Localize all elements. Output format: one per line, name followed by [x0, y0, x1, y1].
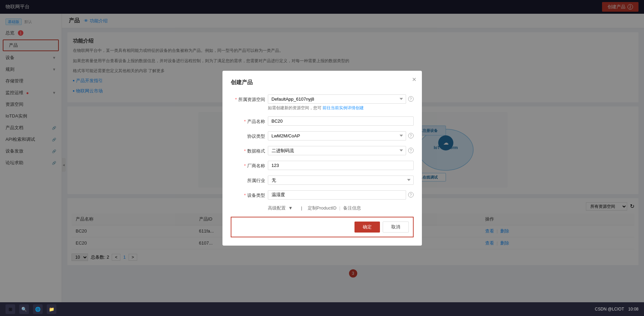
data-format-select-wrap: 二进制码流 ? — [268, 146, 414, 155]
protocol-label: 协议类型 — [231, 131, 265, 139]
form-row-product-name: 产品名称 — [231, 116, 414, 126]
form-row-data-format: 数据格式 二进制码流 ? — [231, 146, 414, 155]
industry-select-wrap: 无 — [268, 176, 414, 185]
resource-space-select-wrap: DefaultApp_6107nyj8 ? — [268, 94, 414, 104]
taskbar-left: ⊞ 🔍 🌐 📁 — [6, 304, 56, 314]
edge-icon[interactable]: 🌐 — [33, 304, 43, 314]
divider-bar2: | — [339, 205, 340, 211]
device-type-input[interactable] — [268, 190, 406, 200]
resource-space-select[interactable]: DefaultApp_6107nyj8 — [268, 94, 406, 104]
device-type-label: 设备类型 — [231, 190, 265, 199]
industry-label: 所属行业 — [231, 176, 265, 184]
manufacturer-input[interactable] — [268, 161, 414, 170]
remark-link[interactable]: 备注信息 — [343, 205, 361, 211]
search-taskbar-icon[interactable]: 🔍 — [19, 304, 29, 314]
taskbar-time: 10:08 — [628, 307, 638, 312]
divider-bar: | — [301, 205, 302, 211]
folder-icon[interactable]: 📁 — [47, 304, 56, 314]
industry-select[interactable]: 无 — [268, 176, 414, 185]
resource-space-label: 所属资源空间 — [231, 94, 265, 103]
manufacturer-label: 厂商名称 — [231, 161, 265, 169]
advanced-config-label: 高级配置 — [268, 205, 286, 211]
confirm-button[interactable]: 确定 — [354, 222, 380, 233]
resource-space-hint-link[interactable]: 前往当前实例详情创建 — [323, 105, 364, 110]
data-format-select[interactable]: 二进制码流 — [268, 146, 406, 155]
data-format-help-icon[interactable]: ? — [408, 148, 414, 153]
chevron-down-icon: ▼ — [288, 205, 293, 211]
data-format-wrap: 二进制码流 ? — [268, 146, 414, 155]
data-format-label: 数据格式 — [231, 146, 265, 154]
device-type-wrap: ? — [268, 190, 414, 200]
form-row-device-type: 设备类型 ? — [231, 190, 414, 200]
protocol-select[interactable]: LwM2M/CoAP — [268, 131, 406, 140]
product-name-wrap — [268, 116, 414, 126]
form-row-manufacturer: 厂商名称 — [231, 161, 414, 170]
resource-space-wrap: DefaultApp_6107nyj8 ? 如需创建新的资源空间，您可 前往当前… — [268, 94, 414, 111]
resource-space-hint: 如需创建新的资源空间，您可 前往当前实例详情创建 — [268, 105, 414, 111]
device-type-help-icon[interactable]: ? — [408, 192, 414, 198]
form-row-protocol: 协议类型 LwM2M/CoAP ? — [231, 131, 414, 140]
protocol-help-icon[interactable]: ? — [408, 133, 414, 138]
resource-space-help-icon[interactable]: ? — [408, 96, 414, 102]
modal-title: 创建产品 — [231, 79, 414, 86]
protocol-select-wrap: LwM2M/CoAP ? — [268, 131, 414, 140]
product-name-label: 产品名称 — [231, 116, 265, 125]
custom-product-id-link[interactable]: 定制ProductID — [308, 205, 337, 211]
manufacturer-wrap — [268, 161, 414, 170]
modal-close-button[interactable]: ✕ — [412, 76, 416, 83]
form-row-resource: 所属资源空间 DefaultApp_6107nyj8 ? 如需创建新的资源空间，… — [231, 94, 414, 111]
create-product-modal: 创建产品 ✕ 所属资源空间 DefaultApp_6107nyj8 ? 如需创建… — [222, 71, 422, 246]
industry-wrap: 无 — [268, 176, 414, 185]
device-type-select-wrap: ? — [268, 190, 414, 200]
start-icon[interactable]: ⊞ — [6, 304, 15, 314]
modal-footer: 确定 取消 — [231, 217, 414, 237]
taskbar-right: CSDN @LCIOT 10:08 — [595, 307, 638, 312]
taskbar-brand: CSDN @LCIOT — [595, 307, 624, 312]
modal-overlay[interactable]: 创建产品 ✕ 所属资源空间 DefaultApp_6107nyj8 ? 如需创建… — [0, 0, 644, 316]
form-row-industry: 所属行业 无 — [231, 176, 414, 185]
advanced-config-row[interactable]: 高级配置 ▼ | 定制ProductID | 备注信息 — [231, 205, 414, 211]
protocol-wrap: LwM2M/CoAP ? — [268, 131, 414, 140]
cancel-button[interactable]: 取消 — [383, 222, 409, 233]
product-name-input[interactable] — [268, 116, 414, 126]
taskbar: ⊞ 🔍 🌐 📁 CSDN @LCIOT 10:08 — [0, 302, 644, 316]
